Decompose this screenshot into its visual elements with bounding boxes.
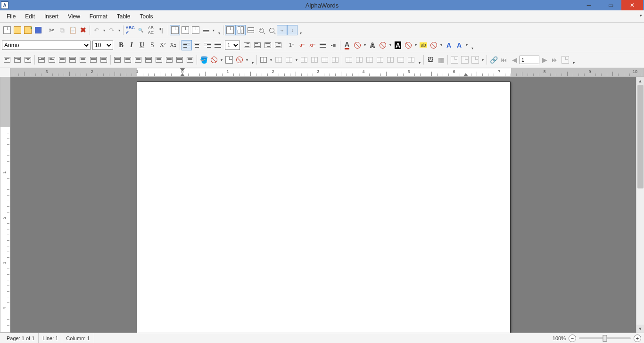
outline-color-dropdown[interactable]: ▾ (388, 43, 393, 47)
page-view-button[interactable] (180, 25, 190, 35)
columns-button[interactable] (201, 25, 211, 35)
insert-object-button[interactable]: ▦ (436, 55, 446, 65)
line-spacing-select[interactable]: 1 (225, 41, 240, 50)
new-document-button[interactable] (2, 25, 12, 35)
zoom-out-button[interactable] (266, 25, 277, 35)
menu-tools[interactable]: Tools (135, 12, 158, 21)
align-right-button[interactable] (202, 40, 213, 50)
font-family-select[interactable]: Arimo (2, 41, 91, 50)
bold-button[interactable]: B (116, 40, 126, 50)
tab-extra2-button[interactable] (185, 55, 195, 65)
lowercase-list-button[interactable]: a≡ (297, 40, 307, 50)
table-overflow[interactable]: ▾ (417, 55, 422, 65)
no-page-fill-button[interactable] (234, 55, 245, 65)
two-page-button[interactable] (235, 25, 246, 35)
goto-page-button[interactable] (560, 55, 570, 65)
columns-dropdown[interactable]: ▾ (211, 28, 216, 33)
find-button[interactable]: 🔍 (135, 25, 146, 35)
link-button[interactable]: 🔗 (488, 55, 499, 65)
toolbar1-overflow[interactable]: ▾ (217, 25, 222, 35)
para-space-before-button[interactable] (57, 55, 67, 65)
no-outline-button[interactable] (378, 40, 388, 50)
redo-button[interactable]: ↷ (107, 25, 117, 35)
footer-button[interactable] (460, 55, 470, 65)
cut-button[interactable]: ✂ (47, 25, 57, 35)
close-button[interactable]: ✕ (621, 0, 643, 10)
numbered-list-button[interactable]: 1≡ (287, 40, 297, 50)
insert-col-right-button[interactable] (330, 55, 340, 65)
increase-indent-button[interactable] (242, 40, 252, 50)
superscript-button[interactable]: X² (157, 40, 168, 50)
find-replace-button[interactable]: ABAC (146, 25, 156, 35)
insert-image-button[interactable]: 🖼 (425, 55, 436, 65)
last-page-button[interactable]: ⏭ (550, 55, 560, 65)
next-page-button[interactable]: ▶ (539, 55, 550, 65)
copy-button[interactable]: ⧉ (57, 25, 67, 35)
toolbar1b-overflow[interactable]: ▾ (298, 25, 303, 35)
undo-dropdown[interactable]: ▾ (102, 28, 107, 33)
para-indent-right-button[interactable] (47, 55, 57, 65)
scroll-down-icon[interactable]: ▼ (636, 325, 644, 333)
delete-row-button[interactable] (344, 55, 354, 65)
table-op2-button[interactable] (284, 55, 294, 65)
hanging-indent-button[interactable] (263, 40, 273, 50)
subscript-button[interactable]: X₂ (168, 40, 178, 50)
split-cells-button[interactable] (385, 55, 396, 65)
no-marker-button[interactable] (429, 40, 439, 50)
clear-formatting-button[interactable]: A (454, 40, 464, 50)
scroll-thumb[interactable] (637, 85, 644, 188)
align-justify-button[interactable] (213, 40, 223, 50)
menu-format[interactable]: Format (85, 12, 112, 21)
underline-button[interactable]: U (137, 40, 147, 50)
menu-table[interactable]: Table (112, 12, 135, 21)
highlight-dropdown[interactable]: ▾ (413, 43, 418, 47)
menu-insert[interactable]: Insert (40, 12, 63, 21)
align-left-button[interactable] (182, 40, 192, 50)
zoom-slider-knob[interactable] (603, 335, 607, 342)
document-page[interactable] (137, 82, 511, 333)
italic-button[interactable]: I (126, 40, 137, 50)
tab-left-button[interactable] (112, 55, 123, 65)
vertical-ruler[interactable]: 123456 (0, 77, 10, 333)
insert-col-left-button[interactable] (320, 55, 330, 65)
redo-dropdown[interactable]: ▾ (117, 28, 122, 33)
scroll-up-icon[interactable]: ▲ (636, 77, 644, 85)
spell-check-button[interactable]: ABC✔ (125, 25, 135, 35)
vertical-scrollbar[interactable]: ▲ ▼ (636, 77, 644, 333)
recent-documents-button[interactable] (23, 25, 33, 35)
no-highlight-button[interactable] (403, 40, 413, 50)
menu-overflow-icon[interactable]: ▾ (640, 13, 642, 18)
decrease-indent-button[interactable] (252, 40, 263, 50)
marker-button[interactable]: ab (418, 40, 429, 50)
document-canvas[interactable] (10, 77, 636, 333)
insert-row-above-button[interactable] (299, 55, 309, 65)
text-effects-dropdown[interactable]: ▾ (464, 43, 469, 47)
paste-button[interactable]: 📋 (67, 25, 78, 35)
tab-right-button[interactable] (133, 55, 143, 65)
fit-page-button[interactable]: ↕ (287, 25, 297, 35)
toolbar2-overflow[interactable]: ▾ (470, 40, 475, 50)
para-prop-2-button[interactable] (99, 55, 109, 65)
insert-row-below-button[interactable] (309, 55, 320, 65)
align-center-button[interactable] (192, 40, 202, 50)
delete-table-button[interactable] (364, 55, 375, 65)
strikethrough-button[interactable]: S (147, 40, 157, 50)
marker-dropdown[interactable]: ▾ (439, 43, 444, 47)
insert-table-dropdown[interactable]: ▾ (269, 58, 273, 62)
page-number-input[interactable] (520, 56, 539, 64)
para-fill-dropdown[interactable]: ▾ (219, 58, 224, 62)
maximize-button[interactable]: ▭ (600, 0, 621, 10)
tab-center-button[interactable] (123, 55, 133, 65)
para-fill-button[interactable]: 🪣 (198, 55, 209, 65)
borders-none-button[interactable] (406, 55, 416, 65)
delete-col-button[interactable] (354, 55, 364, 65)
prev-page-button[interactable]: ◀ (509, 55, 520, 65)
paragraph-marks-button[interactable]: ¶ (156, 25, 166, 35)
minimize-button[interactable]: ─ (578, 0, 600, 10)
wrap-right-button[interactable] (12, 55, 23, 65)
page-fill-dropdown[interactable]: ▾ (245, 58, 249, 62)
fit-width-button[interactable]: ↔ (277, 25, 287, 35)
toolbar3b-overflow[interactable]: ▾ (571, 55, 576, 65)
no-font-color-button[interactable] (352, 40, 363, 50)
outline-color-button[interactable]: A (367, 40, 378, 50)
